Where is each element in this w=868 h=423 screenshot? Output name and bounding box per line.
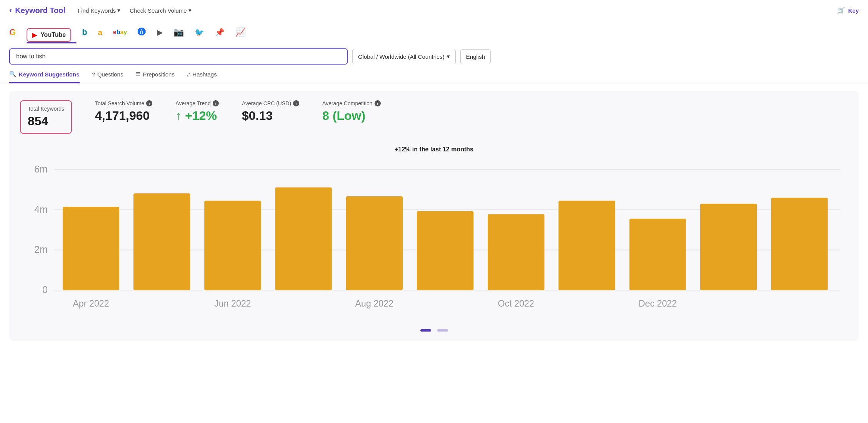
hash-icon: #	[187, 71, 190, 78]
average-cpc-value: $0.13	[242, 109, 299, 123]
svg-text:Oct 2022: Oct 2022	[498, 299, 534, 309]
youtube-icon: ▶	[32, 31, 37, 39]
total-keywords-label: Total Keywords	[28, 106, 64, 112]
country-selector[interactable]: Global / Worldwide (All Countries) ▾	[352, 49, 456, 64]
svg-rect-9	[133, 193, 190, 290]
svg-rect-12	[346, 196, 403, 290]
svg-rect-16	[630, 219, 686, 290]
nav-check-search-volume[interactable]: Check Search Volume ▾	[130, 7, 191, 14]
platform-twitter[interactable]: 🐦	[195, 28, 204, 42]
twitter-icon: 🐦	[195, 28, 204, 37]
logo-text: Keyword Tool	[15, 6, 65, 15]
stat-average-trend: Average Trend i ↑ +12%	[175, 100, 219, 123]
svg-rect-10	[204, 201, 261, 290]
instagram-icon: 📷	[173, 27, 184, 37]
total-keywords-value: 854	[28, 114, 64, 128]
platform-amazon[interactable]: a	[98, 28, 102, 42]
ebay-icon: ebay	[113, 29, 127, 36]
legend-dot-secondary	[437, 329, 448, 332]
question-icon: ?	[92, 71, 95, 78]
platform-google[interactable]: G	[9, 27, 16, 42]
search-input[interactable]	[16, 53, 341, 60]
legend-item-secondary	[437, 329, 448, 332]
chart-wrapper: 6m 4m 2m 0	[20, 159, 848, 325]
average-trend-value: ↑ +12%	[175, 109, 219, 123]
chart-area: +12% in the last 12 months 6m 4m 2m 0	[20, 143, 848, 341]
platform-instagram[interactable]: 📷	[173, 27, 184, 42]
bing-icon: b	[82, 27, 87, 37]
language-display: English	[460, 49, 491, 64]
svg-rect-15	[558, 201, 615, 290]
pinterest-icon: 📌	[215, 28, 225, 37]
average-competition-value: 8 (Low)	[322, 109, 380, 123]
youtube-label: YouTube	[40, 32, 66, 38]
stat-total-keywords: Total Keywords 854	[20, 100, 72, 134]
info-icon[interactable]: i	[213, 100, 219, 106]
amazon-icon: a	[98, 28, 102, 37]
logo-icon: ‹	[9, 5, 12, 15]
logo[interactable]: ‹ Keyword Tool	[9, 5, 65, 15]
search-area: Global / Worldwide (All Countries) ▾ Eng…	[0, 42, 868, 65]
platform-ebay[interactable]: ebay	[113, 29, 127, 41]
svg-rect-17	[700, 204, 757, 290]
chart-title: +12% in the last 12 months	[20, 146, 848, 153]
info-icon[interactable]: i	[375, 100, 381, 106]
svg-rect-13	[417, 211, 473, 290]
svg-text:4m: 4m	[34, 204, 48, 215]
legend-item-primary	[420, 329, 431, 332]
platform-pinterest[interactable]: 📌	[215, 28, 225, 42]
dropdown-arrow-icon: ▾	[117, 7, 120, 14]
appstore-icon: 🅐	[138, 27, 146, 37]
dropdown-arrow-icon: ▾	[447, 53, 450, 60]
total-search-volume-value: 4,171,960	[95, 109, 152, 123]
svg-rect-8	[63, 207, 119, 290]
info-icon[interactable]: i	[146, 100, 152, 106]
svg-text:0: 0	[42, 284, 48, 295]
platform-playstore[interactable]: ▶	[157, 28, 163, 42]
platform-appstore[interactable]: 🅐	[138, 27, 146, 42]
country-label: Global / Worldwide (All Countries)	[358, 53, 445, 60]
stats-container: Total Keywords 854 Total Search Volume i…	[9, 91, 859, 341]
info-icon[interactable]: i	[293, 100, 299, 106]
average-cpc-label: Average CPC (USD) i	[242, 100, 299, 106]
playstore-icon: ▶	[157, 28, 163, 37]
platform-youtube[interactable]: ▶ YouTube	[27, 28, 71, 42]
cart-icon: 🛒	[838, 7, 845, 14]
svg-text:Apr 2022: Apr 2022	[73, 299, 109, 309]
stat-average-competition: Average Competition i 8 (Low)	[322, 100, 380, 123]
tab-prepositions[interactable]: ☰ Prepositions	[135, 71, 175, 83]
svg-text:Jun 2022: Jun 2022	[214, 299, 251, 309]
svg-text:6m: 6m	[34, 164, 48, 174]
header: ‹ Keyword Tool Find Keywords ▾ Check Sea…	[0, 0, 868, 21]
search-icon: 🔍	[9, 71, 17, 78]
nav-menu: Find Keywords ▾ Check Search Volume ▾	[78, 7, 192, 14]
svg-text:Aug 2022: Aug 2022	[355, 299, 394, 309]
list-icon: ☰	[135, 71, 140, 78]
nav-find-keywords[interactable]: Find Keywords ▾	[78, 7, 120, 14]
google-icon: G	[9, 27, 16, 37]
chart-legend	[20, 329, 848, 335]
stat-average-cpc: Average CPC (USD) i $0.13	[242, 100, 299, 123]
svg-rect-14	[488, 214, 544, 290]
tab-questions[interactable]: ? Questions	[92, 71, 123, 83]
svg-text:2m: 2m	[34, 244, 48, 255]
search-box[interactable]	[9, 48, 348, 65]
platform-bing[interactable]: b	[82, 27, 87, 42]
cart-area[interactable]: 🛒 Key	[838, 7, 859, 14]
stat-total-search-volume: Total Search Volume i 4,171,960	[95, 100, 152, 123]
dropdown-arrow-icon: ▾	[188, 7, 192, 14]
tab-hashtags[interactable]: # Hashtags	[187, 71, 217, 83]
platform-trends[interactable]: 📈	[235, 27, 246, 42]
legend-dot-primary	[420, 329, 431, 332]
total-search-volume-label: Total Search Volume i	[95, 100, 152, 106]
stats-row: Total Keywords 854 Total Search Volume i…	[20, 100, 848, 143]
platform-bar: G ▶ YouTube b a ebay 🅐 ▶ 📷 🐦 📌 📈	[0, 21, 868, 42]
svg-text:Dec 2022: Dec 2022	[638, 299, 677, 309]
bar-chart: 6m 4m 2m 0	[24, 159, 844, 323]
trends-icon: 📈	[235, 27, 246, 37]
tab-keyword-suggestions[interactable]: 🔍 Keyword Suggestions	[9, 71, 80, 83]
average-competition-label: Average Competition i	[322, 100, 380, 106]
svg-rect-18	[771, 198, 828, 290]
tabs-bar: 🔍 Keyword Suggestions ? Questions ☰ Prep…	[0, 65, 868, 83]
average-trend-label: Average Trend i	[175, 100, 219, 106]
